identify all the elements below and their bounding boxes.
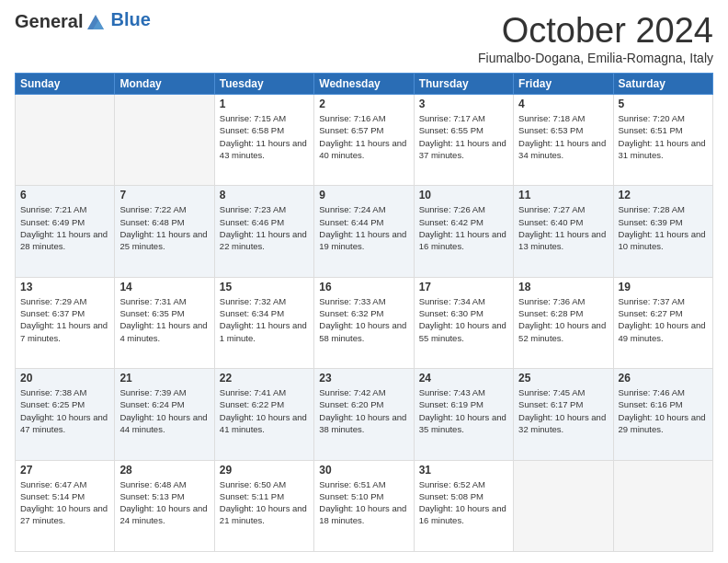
calendar-week-4: 27Sunrise: 6:47 AMSunset: 5:14 PMDayligh…: [16, 460, 713, 551]
col-header-thursday: Thursday: [414, 74, 513, 95]
calendar-cell: 20Sunrise: 7:38 AMSunset: 6:25 PMDayligh…: [16, 369, 115, 460]
calendar-cell: 30Sunrise: 6:51 AMSunset: 5:10 PMDayligh…: [314, 460, 414, 551]
day-number: 25: [518, 372, 608, 385]
day-info: Sunrise: 7:26 AMSunset: 6:42 PMDaylight:…: [419, 203, 508, 252]
day-info: Sunrise: 7:46 AMSunset: 6:16 PMDaylight:…: [619, 386, 708, 435]
day-info: Sunrise: 7:15 AMSunset: 6:58 PMDaylight:…: [220, 112, 309, 161]
day-info: Sunrise: 7:17 AMSunset: 6:55 PMDaylight:…: [419, 112, 508, 161]
header: General Blue October 2024 Fiumalbo-Dogan…: [15, 11, 713, 65]
day-info: Sunrise: 7:33 AMSunset: 6:32 PMDaylight:…: [319, 295, 408, 344]
day-info: Sunrise: 7:28 AMSunset: 6:39 PMDaylight:…: [619, 203, 708, 252]
calendar-cell: 16Sunrise: 7:33 AMSunset: 6:32 PMDayligh…: [314, 277, 414, 368]
day-info: Sunrise: 6:47 AMSunset: 5:14 PMDaylight:…: [20, 478, 109, 527]
calendar-cell: 13Sunrise: 7:29 AMSunset: 6:37 PMDayligh…: [16, 277, 115, 368]
calendar-table: SundayMondayTuesdayWednesdayThursdayFrid…: [15, 73, 713, 552]
col-header-monday: Monday: [115, 74, 214, 95]
day-info: Sunrise: 7:43 AMSunset: 6:19 PMDaylight:…: [419, 386, 508, 435]
day-info: Sunrise: 7:45 AMSunset: 6:17 PMDaylight:…: [518, 386, 608, 435]
calendar-cell: 21Sunrise: 7:39 AMSunset: 6:24 PMDayligh…: [115, 369, 214, 460]
col-header-saturday: Saturday: [613, 74, 712, 95]
col-header-sunday: Sunday: [16, 74, 115, 95]
calendar-cell: 4Sunrise: 7:18 AMSunset: 6:53 PMDaylight…: [514, 95, 613, 186]
day-number: 22: [220, 372, 309, 385]
calendar-cell: 22Sunrise: 7:41 AMSunset: 6:22 PMDayligh…: [214, 369, 313, 460]
day-number: 24: [419, 372, 508, 385]
day-number: 1: [220, 98, 309, 110]
day-number: 28: [119, 464, 209, 477]
calendar-cell: 28Sunrise: 6:48 AMSunset: 5:13 PMDayligh…: [115, 460, 214, 551]
day-info: Sunrise: 6:50 AMSunset: 5:11 PMDaylight:…: [220, 478, 309, 527]
day-number: 20: [20, 372, 109, 385]
day-number: 5: [619, 98, 708, 110]
calendar-header-row: SundayMondayTuesdayWednesdayThursdayFrid…: [16, 74, 713, 95]
calendar-cell: 31Sunrise: 6:52 AMSunset: 5:08 PMDayligh…: [414, 460, 513, 551]
day-info: Sunrise: 7:38 AMSunset: 6:25 PMDaylight:…: [20, 386, 109, 435]
day-number: 23: [319, 372, 408, 385]
title-block: October 2024 Fiumalbo-Dogana, Emilia-Rom…: [478, 11, 713, 65]
day-number: 7: [119, 189, 209, 201]
day-info: Sunrise: 7:20 AMSunset: 6:51 PMDaylight:…: [619, 112, 708, 161]
calendar-cell: 11Sunrise: 7:27 AMSunset: 6:40 PMDayligh…: [514, 186, 613, 277]
day-info: Sunrise: 7:31 AMSunset: 6:35 PMDaylight:…: [119, 295, 209, 344]
calendar-cell: 24Sunrise: 7:43 AMSunset: 6:19 PMDayligh…: [414, 369, 513, 460]
calendar-week-2: 13Sunrise: 7:29 AMSunset: 6:37 PMDayligh…: [16, 277, 713, 368]
day-number: 12: [619, 189, 708, 201]
day-number: 27: [20, 464, 109, 477]
calendar-cell: 25Sunrise: 7:45 AMSunset: 6:17 PMDayligh…: [514, 369, 613, 460]
calendar-cell: 6Sunrise: 7:21 AMSunset: 6:49 PMDaylight…: [16, 186, 115, 277]
calendar-cell: 26Sunrise: 7:46 AMSunset: 6:16 PMDayligh…: [613, 369, 712, 460]
day-info: Sunrise: 7:42 AMSunset: 6:20 PMDaylight:…: [319, 386, 408, 435]
calendar-cell: 2Sunrise: 7:16 AMSunset: 6:57 PMDaylight…: [314, 95, 414, 186]
calendar-cell: 8Sunrise: 7:23 AMSunset: 6:46 PMDaylight…: [214, 186, 313, 277]
calendar-cell: 3Sunrise: 7:17 AMSunset: 6:55 PMDaylight…: [414, 95, 513, 186]
calendar-cell: [16, 95, 115, 186]
calendar-cell: 27Sunrise: 6:47 AMSunset: 5:14 PMDayligh…: [16, 460, 115, 551]
day-number: 30: [319, 464, 408, 477]
calendar-cell: 14Sunrise: 7:31 AMSunset: 6:35 PMDayligh…: [115, 277, 214, 368]
day-number: 2: [319, 98, 408, 110]
calendar-cell: 15Sunrise: 7:32 AMSunset: 6:34 PMDayligh…: [214, 277, 313, 368]
day-info: Sunrise: 7:27 AMSunset: 6:40 PMDaylight:…: [518, 203, 608, 252]
day-info: Sunrise: 7:22 AMSunset: 6:48 PMDaylight:…: [119, 203, 209, 252]
calendar-cell: 5Sunrise: 7:20 AMSunset: 6:51 PMDaylight…: [613, 95, 712, 186]
col-header-tuesday: Tuesday: [214, 74, 313, 95]
day-number: 17: [419, 281, 508, 293]
month-title: October 2024: [478, 11, 713, 51]
col-header-friday: Friday: [514, 74, 613, 95]
logo-icon: [85, 13, 106, 31]
day-number: 29: [220, 464, 309, 477]
day-info: Sunrise: 7:32 AMSunset: 6:34 PMDaylight:…: [220, 295, 309, 344]
calendar-cell: 10Sunrise: 7:26 AMSunset: 6:42 PMDayligh…: [414, 186, 513, 277]
day-info: Sunrise: 7:34 AMSunset: 6:30 PMDaylight:…: [419, 295, 508, 344]
day-info: Sunrise: 7:37 AMSunset: 6:27 PMDaylight:…: [619, 295, 708, 344]
day-info: Sunrise: 6:52 AMSunset: 5:08 PMDaylight:…: [419, 478, 508, 527]
calendar-cell: 9Sunrise: 7:24 AMSunset: 6:44 PMDaylight…: [314, 186, 414, 277]
logo-blue: Blue: [110, 9, 150, 30]
calendar-cell: [613, 460, 712, 551]
day-number: 21: [119, 372, 209, 385]
day-info: Sunrise: 7:29 AMSunset: 6:37 PMDaylight:…: [20, 295, 109, 344]
day-info: Sunrise: 6:48 AMSunset: 5:13 PMDaylight:…: [119, 478, 209, 527]
day-number: 31: [419, 464, 508, 477]
page: General Blue October 2024 Fiumalbo-Dogan…: [0, 0, 728, 563]
calendar-cell: 29Sunrise: 6:50 AMSunset: 5:11 PMDayligh…: [214, 460, 313, 551]
calendar-cell: 1Sunrise: 7:15 AMSunset: 6:58 PMDaylight…: [214, 95, 313, 186]
location-subtitle: Fiumalbo-Dogana, Emilia-Romagna, Italy: [478, 51, 713, 65]
day-number: 8: [220, 189, 309, 201]
calendar-cell: 18Sunrise: 7:36 AMSunset: 6:28 PMDayligh…: [514, 277, 613, 368]
day-info: Sunrise: 7:36 AMSunset: 6:28 PMDaylight:…: [518, 295, 608, 344]
day-number: 14: [119, 281, 209, 293]
day-info: Sunrise: 7:18 AMSunset: 6:53 PMDaylight:…: [518, 112, 608, 161]
col-header-wednesday: Wednesday: [314, 74, 414, 95]
day-number: 19: [619, 281, 708, 293]
day-number: 16: [319, 281, 408, 293]
day-info: Sunrise: 7:16 AMSunset: 6:57 PMDaylight:…: [319, 112, 408, 161]
day-number: 6: [20, 189, 109, 201]
day-number: 26: [619, 372, 708, 385]
calendar-week-0: 1Sunrise: 7:15 AMSunset: 6:58 PMDaylight…: [16, 95, 713, 186]
calendar-cell: [514, 460, 613, 551]
day-info: Sunrise: 7:23 AMSunset: 6:46 PMDaylight:…: [220, 203, 309, 252]
calendar-week-1: 6Sunrise: 7:21 AMSunset: 6:49 PMDaylight…: [16, 186, 713, 277]
day-info: Sunrise: 7:39 AMSunset: 6:24 PMDaylight:…: [119, 386, 209, 435]
day-number: 11: [518, 189, 608, 201]
